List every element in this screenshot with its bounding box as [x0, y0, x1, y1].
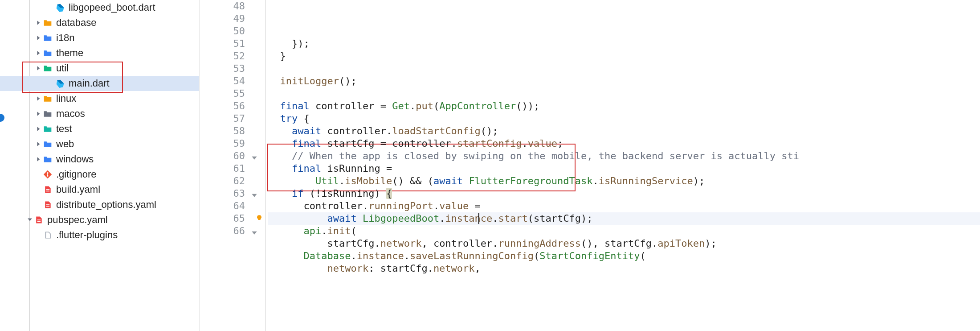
code-line[interactable]: startCfg.network, controller.runningAddr… [268, 237, 980, 250]
expand-chevron[interactable] [35, 124, 43, 134]
lightbulb-icon[interactable] [256, 212, 264, 220]
tree-item--flutter-plugins[interactable]: .flutter-plugins [0, 228, 199, 243]
tree-item-pubspec-yaml[interactable]: pubspec.yaml [0, 212, 199, 228]
code-line[interactable]: await LibgopeedBoot.instance.start(start… [268, 212, 980, 225]
code-token: await [433, 175, 469, 186]
tree-item-label: test [56, 123, 72, 135]
code-token: . [433, 200, 439, 211]
git-icon [43, 170, 53, 179]
code-token: (); [339, 75, 357, 87]
file-explorer-sidebar[interactable]: libgopeed_boot.dartdatabasei18nthemeutil… [0, 0, 200, 331]
expand-chevron[interactable] [35, 18, 43, 28]
code-editor[interactable]: 48495051525354555657585960616263646566 }… [200, 0, 980, 331]
code-token: . [410, 100, 416, 112]
expand-chevron[interactable] [35, 140, 43, 149]
code-line[interactable]: await controller.loadStartConfig(); [268, 125, 980, 137]
code-token: put [416, 100, 433, 112]
code-token: . [321, 225, 327, 236]
line-number-gutter: 48495051525354555657585960616263646566 [200, 0, 248, 331]
tree-item-distribute-options-yaml[interactable]: distribute_options.yaml [0, 197, 199, 212]
line-number: 63 [200, 187, 245, 200]
indent-guide [262, 0, 268, 331]
tree-item-label: util [56, 62, 69, 74]
fold-chevron-icon[interactable] [251, 153, 257, 164]
fold-chevron-icon[interactable] [251, 191, 257, 201]
code-line[interactable]: initLogger(); [268, 75, 980, 87]
code-token: if [292, 188, 310, 199]
code-token [268, 175, 315, 186]
code-token: startCfg. [268, 238, 380, 249]
file-icon [43, 230, 53, 240]
code-token: . [439, 213, 445, 224]
code-token: { [303, 113, 309, 124]
svg-rect-6 [46, 206, 50, 207]
expand-chevron[interactable] [35, 64, 43, 73]
tree-item-database[interactable]: database [0, 15, 199, 30]
code-token: apiToken [657, 238, 705, 249]
code-line[interactable]: api.init( [268, 225, 980, 237]
code-token: . [492, 213, 498, 224]
folder-blue-icon [43, 139, 53, 149]
expand-chevron[interactable] [35, 109, 43, 119]
code-line[interactable] [268, 62, 980, 75]
tree-item-i18n[interactable]: i18n [0, 30, 199, 46]
tree-item-util[interactable]: util [0, 61, 199, 76]
expand-chevron[interactable] [35, 49, 43, 58]
code-token: api [303, 225, 321, 236]
expand-chevron[interactable] [35, 155, 43, 164]
tree-item-macos[interactable]: macos [0, 106, 199, 121]
code-token: (startCfg); [528, 213, 593, 224]
code-token: try [280, 113, 304, 124]
code-line[interactable]: }); [268, 37, 980, 50]
code-token [268, 225, 303, 236]
code-token: instance [357, 250, 404, 261]
code-line[interactable]: Database.instance.saveLastRunningConfig(… [268, 250, 980, 262]
code-line[interactable]: try { [268, 112, 980, 125]
tree-item-web[interactable]: web [0, 137, 199, 152]
tree-item-libgopeed-boot-dart[interactable]: libgopeed_boot.dart [0, 0, 199, 15]
fold-column[interactable] [248, 0, 262, 331]
code-token: network [327, 263, 368, 274]
code-token: FlutterForegroundTask [469, 175, 592, 186]
code-token: controller. [327, 125, 392, 137]
code-token: (!isRunning) [310, 188, 386, 199]
tree-item-theme[interactable]: theme [0, 46, 199, 61]
code-line[interactable]: controller.runningPort.value = [268, 200, 980, 212]
yaml-icon [43, 200, 53, 210]
fold-chevron-icon[interactable] [251, 228, 257, 239]
tree-item-build-yaml[interactable]: build.yaml [0, 182, 199, 197]
tree-item-label: web [56, 138, 74, 150]
code-line[interactable]: // When the app is closed by swiping on … [268, 150, 980, 162]
code-content[interactable]: }); } initLogger(); final controller = G… [268, 0, 980, 331]
code-line[interactable]: Util.isMobile() && (await FlutterForegro… [268, 175, 980, 187]
code-token: network [380, 238, 422, 249]
tree-item--gitignore[interactable]: .gitignore [0, 167, 199, 182]
tree-item-test[interactable]: test [0, 121, 199, 137]
tree-item-linux[interactable]: linux [0, 91, 199, 106]
tree-item-label: windows [56, 153, 94, 165]
code-line[interactable]: network: startCfg.network, [268, 262, 980, 275]
code-line[interactable]: if (!isRunning) { [268, 187, 980, 200]
code-token: t [522, 213, 528, 224]
code-token: Get [392, 100, 410, 112]
code-line[interactable] [268, 87, 980, 100]
code-token: : startCfg. [368, 263, 433, 274]
code-line[interactable]: final isRunning = [268, 162, 980, 175]
line-number: 64 [200, 200, 245, 212]
folder-teal-icon [43, 124, 53, 134]
code-token [268, 213, 327, 224]
expand-chevron[interactable] [35, 94, 43, 103]
tree-item-main-dart[interactable]: main.dart [0, 76, 199, 91]
expand-chevron[interactable] [26, 215, 34, 225]
tree-item-label: database [56, 17, 97, 29]
code-token [268, 188, 292, 199]
code-line[interactable]: } [268, 50, 980, 62]
expand-chevron[interactable] [35, 33, 43, 43]
code-token: runningAddress [498, 238, 581, 249]
tree-item-windows[interactable]: windows [0, 152, 199, 167]
code-line[interactable]: final controller = Get.put(AppController… [268, 100, 980, 112]
code-token: . [404, 250, 410, 261]
code-token: isMobile [345, 175, 392, 186]
code-line[interactable]: final startCfg = controller.startConfig.… [268, 137, 980, 150]
code-token: ( [534, 250, 539, 261]
